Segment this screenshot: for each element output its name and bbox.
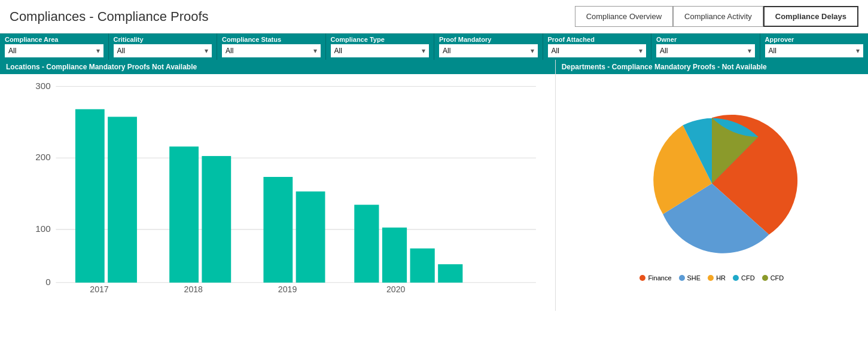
legend-she-label: SHE	[687, 274, 701, 282]
nav-compliance-overview[interactable]: Compliance Overview	[575, 6, 673, 27]
bar-2019-1	[263, 177, 293, 283]
bar-chart-svg: 300 200 100 0 2017 2018	[30, 80, 549, 295]
bar-2017-2	[108, 117, 137, 282]
bar-chart-panel: Locations - Compliance Mandatory Proofs …	[0, 60, 556, 311]
legend-hr-dot	[708, 275, 714, 281]
svg-text:100: 100	[35, 224, 50, 234]
bar-chart-title: Locations - Compliance Mandatory Proofs …	[0, 60, 555, 74]
legend-she-dot	[679, 275, 685, 281]
filter-compliance-type-label: Compliance Type	[331, 36, 430, 43]
bar-2020-3	[410, 249, 435, 283]
filter-criticality-select[interactable]: All	[114, 44, 212, 57]
filter-compliance-area: Compliance Area All	[0, 33, 109, 60]
filter-approver: Approver All	[760, 33, 869, 60]
pie-container: Finance SHE HR CFD CFD	[562, 80, 862, 301]
legend-cfd-blue: CFD	[733, 274, 755, 282]
legend-cfd-blue-dot	[733, 275, 739, 281]
pie-chart-svg	[622, 100, 802, 267]
svg-text:2018: 2018	[184, 284, 203, 294]
filter-criticality: Criticality All	[109, 33, 218, 60]
legend-cfd-olive: CFD	[762, 274, 784, 282]
pie-legend: Finance SHE HR CFD CFD	[639, 274, 784, 282]
svg-text:2017: 2017	[90, 284, 109, 294]
nav-compliance-activity[interactable]: Compliance Activity	[673, 6, 763, 27]
svg-text:200: 200	[35, 152, 50, 163]
bar-2020-2	[382, 228, 407, 283]
legend-cfd-olive-dot	[762, 275, 768, 281]
bar-2020-4	[438, 264, 462, 283]
bar-2020-1	[354, 205, 379, 283]
filter-compliance-status-label: Compliance Status	[222, 36, 321, 43]
svg-text:0: 0	[45, 277, 50, 287]
filter-proof-attached: Proof Attached All	[543, 33, 652, 60]
filter-proof-mandatory-select[interactable]: All	[439, 44, 538, 57]
filter-owner-select[interactable]: All	[656, 44, 755, 57]
page-header: Compliances - Compliance Proofs Complian…	[0, 0, 868, 33]
filter-proof-attached-label: Proof Attached	[548, 36, 647, 43]
legend-hr: HR	[708, 274, 726, 282]
page-title: Compliances - Compliance Proofs	[10, 9, 209, 25]
svg-text:300: 300	[35, 81, 50, 91]
bar-2019-2	[296, 191, 325, 282]
filter-owner: Owner All	[651, 33, 760, 60]
svg-text:2019: 2019	[278, 284, 297, 294]
legend-hr-label: HR	[716, 274, 726, 282]
filter-proof-mandatory: Proof Mandatory All	[434, 33, 543, 60]
charts-row: Locations - Compliance Mandatory Proofs …	[0, 60, 868, 311]
pie-chart-title: Departments - Compliance Mandatory Proof…	[556, 60, 868, 74]
filters-row: Compliance Area All Criticality All Comp…	[0, 33, 868, 60]
filter-compliance-area-select[interactable]: All	[5, 44, 103, 57]
filter-criticality-label: Criticality	[114, 36, 212, 43]
legend-finance-dot	[639, 275, 645, 281]
filter-compliance-type: Compliance Type All	[326, 33, 435, 60]
filter-approver-label: Approver	[765, 36, 864, 43]
svg-text:2020: 2020	[386, 284, 406, 294]
pie-chart-panel: Departments - Compliance Mandatory Proof…	[556, 60, 868, 311]
bar-chart: 300 200 100 0 2017 2018	[30, 80, 549, 295]
filter-compliance-type-select[interactable]: All	[331, 44, 430, 57]
legend-she: SHE	[679, 274, 701, 282]
legend-finance: Finance	[639, 274, 671, 282]
bar-2018-1	[169, 146, 199, 283]
bar-2017-1	[75, 109, 105, 283]
bar-2018-2	[202, 156, 231, 283]
filter-proof-mandatory-label: Proof Mandatory	[439, 36, 538, 43]
filter-approver-select[interactable]: All	[765, 44, 864, 57]
filter-compliance-status: Compliance Status All	[217, 33, 326, 60]
nav-buttons: Compliance Overview Compliance Activity …	[575, 6, 858, 27]
filter-compliance-status-select[interactable]: All	[222, 44, 321, 57]
filter-compliance-area-label: Compliance Area	[5, 36, 103, 43]
filter-proof-attached-select[interactable]: All	[548, 44, 647, 57]
legend-cfd-olive-label: CFD	[770, 274, 784, 282]
filter-owner-label: Owner	[656, 36, 755, 43]
legend-finance-label: Finance	[648, 274, 671, 282]
legend-cfd-blue-label: CFD	[741, 274, 755, 282]
nav-compliance-delays[interactable]: Compliance Delays	[763, 6, 858, 27]
